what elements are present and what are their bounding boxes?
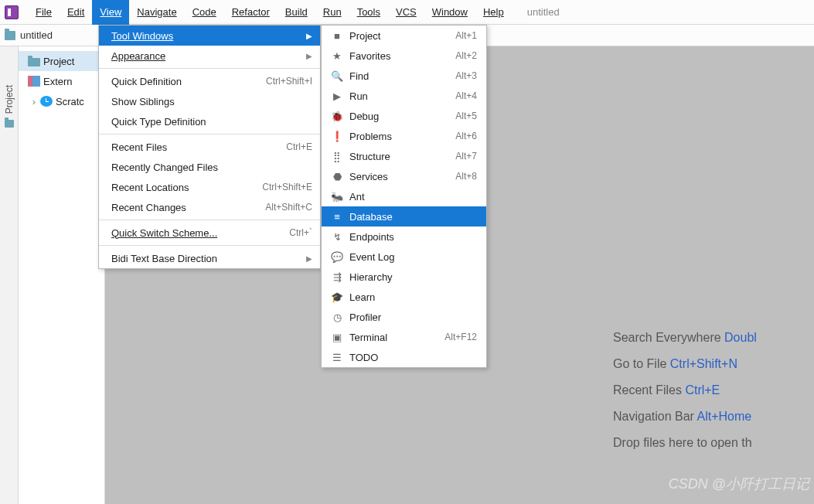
profiler-icon: ◷ xyxy=(329,312,345,323)
tw-hierarchy[interactable]: ⇶Hierarchy xyxy=(322,267,486,287)
shortcut: Alt+F12 xyxy=(444,332,477,342)
menu-view[interactable]: View xyxy=(92,0,129,25)
welcome-hints: Search Everywhere DoublGo to File Ctrl+S… xyxy=(613,325,814,456)
tree-label: Extern xyxy=(43,76,73,87)
tw-ant[interactable]: 🐜Ant xyxy=(322,186,486,206)
tw-structure[interactable]: ⣿StructureAlt+7 xyxy=(322,146,486,166)
todo-icon: ☰ xyxy=(329,352,345,363)
menu-label: Structure xyxy=(345,151,440,162)
shortcut: Alt+5 xyxy=(455,111,477,121)
menu-label: Debug xyxy=(345,111,440,122)
welcome-line: Search Everywhere Doubl xyxy=(613,325,814,351)
separator xyxy=(99,68,320,69)
welcome-line: Drop files here to open th xyxy=(613,430,814,456)
tw-services[interactable]: ⬣ServicesAlt+8 xyxy=(322,166,486,186)
welcome-line: Recent Files Ctrl+E xyxy=(613,377,814,404)
menu-quick-type-definition[interactable]: Quick Type Definition xyxy=(99,111,320,131)
menu-show-siblings[interactable]: Show Siblings xyxy=(99,91,320,111)
tw-terminal[interactable]: ▣TerminalAlt+F12 xyxy=(322,327,486,347)
library-icon xyxy=(28,76,40,87)
structure-icon: ⣿ xyxy=(329,151,345,162)
tw-find[interactable]: 🔍FindAlt+3 xyxy=(322,66,486,86)
tool-windows-submenu: ■ProjectAlt+1★FavoritesAlt+2🔍FindAlt+3▶R… xyxy=(321,25,487,368)
menu-recent-locations[interactable]: Recent LocationsCtrl+Shift+E xyxy=(99,177,320,197)
terminal-icon: ▣ xyxy=(329,332,345,343)
tw-debug[interactable]: 🐞DebugAlt+5 xyxy=(322,106,486,126)
tree-project[interactable]: Project xyxy=(19,51,104,71)
eventlog-icon: 💬 xyxy=(329,251,345,263)
menu-label: Favorites xyxy=(345,50,440,62)
menu-label: Project xyxy=(345,30,440,42)
tw-profiler[interactable]: ◷Profiler xyxy=(322,307,486,327)
endpoints-icon: ↯ xyxy=(329,231,345,243)
menu-window[interactable]: Window xyxy=(424,0,475,25)
project-tree: Project Extern › Scratc xyxy=(19,46,105,504)
run-icon: ▶ xyxy=(329,90,345,102)
menu-tools[interactable]: Tools xyxy=(349,0,388,25)
expand-icon[interactable]: › xyxy=(28,96,40,107)
watermark: CSDN @小阡打工日记 xyxy=(669,475,809,493)
view-menu-dropdown: Tool Windows▶ Appearance▶ Quick Definiti… xyxy=(98,25,321,269)
debug-icon: 🐞 xyxy=(329,111,345,122)
tree-external-libraries[interactable]: Extern xyxy=(19,71,104,91)
menu-label: Run xyxy=(345,90,440,102)
welcome-line: Go to File Ctrl+Shift+N xyxy=(613,351,814,377)
tw-favorites[interactable]: ★FavoritesAlt+2 xyxy=(322,46,486,66)
separator xyxy=(99,220,320,220)
menu-label: Ant xyxy=(345,191,461,203)
tw-endpoints[interactable]: ↯Endpoints xyxy=(322,226,486,247)
shortcut: Alt+8 xyxy=(455,171,477,182)
app-icon xyxy=(5,5,19,19)
find-icon: 🔍 xyxy=(329,70,345,82)
tree-label: Project xyxy=(43,56,74,67)
menu-quick-switch-scheme[interactable]: Quick Switch Scheme...Ctrl+` xyxy=(99,223,320,243)
menu-file[interactable]: File xyxy=(28,0,60,25)
separator xyxy=(99,245,320,246)
menu-tool-windows[interactable]: Tool Windows▶ xyxy=(99,26,320,46)
project-icon: ■ xyxy=(329,30,345,42)
menu-bidi[interactable]: Bidi Text Base Direction▶ xyxy=(99,248,320,268)
tw-run[interactable]: ▶RunAlt+4 xyxy=(322,86,486,106)
menu-refactor[interactable]: Refactor xyxy=(224,0,278,25)
menu-recently-changed-files[interactable]: Recently Changed Files xyxy=(99,157,320,177)
menu-vcs[interactable]: VCS xyxy=(388,0,424,25)
tree-label: Scratc xyxy=(56,96,84,107)
tw-database[interactable]: ≡Database xyxy=(322,206,486,226)
scratches-icon xyxy=(40,96,53,107)
tree-scratches[interactable]: › Scratc xyxy=(19,91,104,111)
menu-label: Endpoints xyxy=(345,231,461,243)
tw-todo[interactable]: ☰TODO xyxy=(322,347,486,367)
menu-build[interactable]: Build xyxy=(278,0,315,25)
learn-icon: 🎓 xyxy=(329,291,345,303)
menu-label: Hierarchy xyxy=(345,271,461,283)
folder-icon xyxy=(5,120,14,128)
menu-navigate[interactable]: Navigate xyxy=(129,0,184,25)
services-icon: ⬣ xyxy=(329,171,345,182)
tw-learn[interactable]: 🎓Learn xyxy=(322,287,486,307)
tw-event-log[interactable]: 💬Event Log xyxy=(322,247,486,267)
menu-run[interactable]: Run xyxy=(315,0,349,25)
menu-recent-changes[interactable]: Recent ChangesAlt+Shift+C xyxy=(99,197,320,217)
database-icon: ≡ xyxy=(329,211,345,223)
menu-label: Database xyxy=(345,211,461,223)
menu-label: Profiler xyxy=(345,312,461,323)
menu-label: Learn xyxy=(345,291,461,303)
hierarchy-icon: ⇶ xyxy=(329,271,345,283)
menu-help[interactable]: Help xyxy=(475,0,512,25)
menu-quick-definition[interactable]: Quick DefinitionCtrl+Shift+I xyxy=(99,71,320,91)
left-gutter: Project xyxy=(0,46,19,504)
project-title: untitled xyxy=(527,6,560,18)
menubar: File Edit View Navigate Code Refactor Bu… xyxy=(0,0,814,25)
menu-edit[interactable]: Edit xyxy=(60,0,92,25)
folder-icon xyxy=(5,31,15,40)
menu-label: Problems xyxy=(345,131,440,142)
folder-icon xyxy=(28,58,40,66)
tw-problems[interactable]: ❗ProblemsAlt+6 xyxy=(322,126,486,146)
tw-project[interactable]: ■ProjectAlt+1 xyxy=(322,26,486,46)
ant-icon: 🐜 xyxy=(329,191,345,203)
breadcrumb[interactable]: untitled xyxy=(20,29,53,41)
menu-appearance[interactable]: Appearance▶ xyxy=(99,46,320,66)
menu-recent-files[interactable]: Recent FilesCtrl+E xyxy=(99,137,320,157)
menu-code[interactable]: Code xyxy=(185,0,224,25)
gutter-project-tab[interactable]: Project xyxy=(4,85,15,114)
